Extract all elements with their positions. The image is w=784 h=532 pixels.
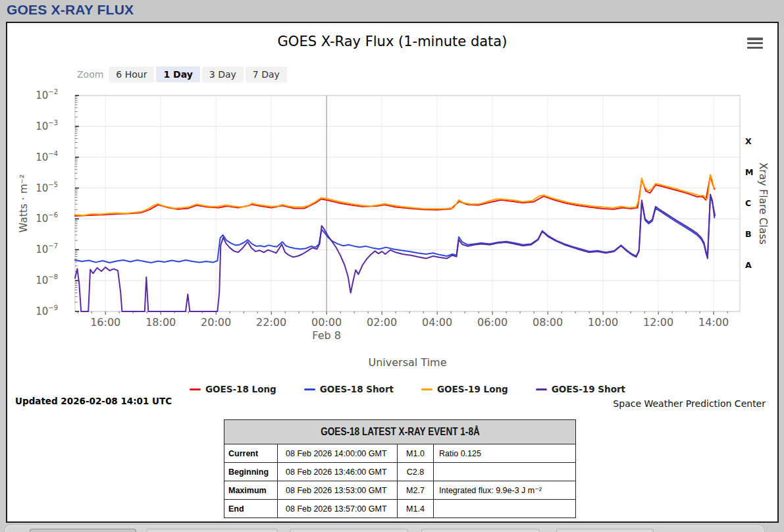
event-maximum-class: M2.7	[398, 481, 434, 500]
chart-title: GOES X-Ray Flux (1-minute data)	[7, 34, 777, 49]
y-tick-label: 10−7	[36, 242, 58, 255]
flare-class-label-b: B	[745, 229, 752, 239]
xray-flux-chart[interactable]: 10−210−310−410−510−610−710−810−916:0018:…	[7, 86, 777, 349]
page-title: GOES X-RAY FLUX	[0, 0, 784, 18]
zoom-button-group: 6 Hour1 Day3 Day7 Day	[109, 66, 289, 82]
legend-swatch-icon	[421, 388, 432, 390]
page-header-band: GOES X-RAY FLUX	[0, 0, 784, 22]
legend-swatch-icon	[190, 388, 201, 390]
zoom-controls: Zoom 6 Hour1 Day3 Day7 Day	[77, 66, 289, 82]
zoom-button-3-day[interactable]: 3 Day	[202, 66, 244, 82]
zoom-label: Zoom	[77, 69, 103, 80]
x-tick-sublabel: Feb 8	[312, 329, 341, 342]
bottom-tab-5[interactable]	[556, 529, 654, 532]
bottom-tab-bar	[5, 525, 764, 532]
event-table-row-beginning: Beginning08 Feb 2026 13:46:00 GMTC2.8	[224, 463, 576, 481]
x-axis-title: Universal Time	[75, 356, 740, 369]
bottom-strip	[0, 524, 784, 532]
y-tick-label: 10−9	[36, 304, 58, 317]
y-tick-label: 10−5	[36, 181, 58, 194]
bottom-tab-1[interactable]	[30, 529, 136, 532]
x-tick-label: 08:00	[533, 316, 563, 329]
zoom-button-7-day[interactable]: 7 Day	[246, 66, 287, 82]
x-tick-label: 02:00	[367, 316, 397, 329]
legend-label: GOES-19 Short	[552, 384, 625, 394]
chart-panel: GOES X-Ray Flux (1-minute data) Zoom 6 H…	[6, 22, 779, 523]
bottom-tab-2[interactable]	[146, 529, 278, 532]
y-tick-label: 10−3	[36, 119, 58, 132]
event-beginning-time: 08 Feb 2026 13:46:00 GMT	[278, 463, 398, 481]
x-tick-label: 10:00	[588, 316, 618, 329]
event-maximum-time: 08 Feb 2026 13:53:00 GMT	[278, 481, 398, 500]
legend-swatch-icon	[304, 388, 315, 390]
event-current-time: 08 Feb 2026 14:00:00 GMT	[278, 444, 398, 463]
x-tick-label: 00:00	[311, 316, 342, 329]
flare-class-label-c: C	[745, 198, 751, 208]
flare-class-label-m: M	[745, 167, 753, 177]
event-current-extra: Ratio 0.125	[434, 444, 576, 463]
legend-label: GOES-19 Long	[437, 384, 508, 394]
x-tick-label: 14:00	[698, 316, 729, 329]
event-table-row-maximum: Maximum08 Feb 2026 13:53:00 GMTM2.7Integ…	[224, 481, 576, 500]
event-maximum-label: Maximum	[224, 481, 278, 500]
event-end-extra	[434, 500, 576, 518]
event-table-row-current: Current08 Feb 2026 14:00:00 GMTM1.0Ratio…	[224, 444, 576, 463]
zoom-button-1-day[interactable]: 1 Day	[156, 66, 199, 82]
y-tick-label: 10−2	[36, 88, 58, 101]
flare-class-label-x: X	[745, 136, 752, 146]
x-tick-label: 18:00	[145, 316, 176, 329]
y2-axis-title: Xray Flare Class	[757, 163, 769, 245]
bottom-tab-4[interactable]	[421, 529, 540, 532]
event-maximum-extra: Integrated flux: 9.9e-3 J m⁻²	[434, 481, 576, 500]
hamburger-menu-icon[interactable]	[747, 38, 763, 49]
flare-class-label-a: A	[745, 260, 752, 270]
event-current-class: M1.0	[398, 444, 434, 463]
y-tick-label: 10−4	[36, 150, 58, 163]
xray-event-table: GOES-18 LATEST X-RAY EVENT 1-8Å Current0…	[224, 419, 576, 518]
legend-item-goes-19-short[interactable]: GOES-19 Short	[536, 384, 625, 394]
event-end-label: End	[224, 500, 278, 518]
event-table-title: GOES-18 LATEST X-RAY EVENT 1-8Å	[224, 420, 576, 444]
event-end-class: M1.4	[398, 500, 434, 518]
legend-swatch-icon	[536, 388, 547, 390]
y-tick-label: 10−6	[36, 211, 58, 225]
chart-legend: GOES-18 LongGOES-18 ShortGOES-19 LongGOE…	[75, 384, 740, 394]
event-beginning-extra	[434, 463, 576, 481]
event-beginning-label: Beginning	[224, 463, 278, 481]
x-tick-label: 12:00	[643, 316, 673, 329]
y-tick-label: 10−8	[36, 273, 58, 286]
x-tick-label: 20:00	[201, 316, 231, 329]
updated-timestamp: Updated 2026-02-08 14:01 UTC	[15, 396, 172, 406]
bottom-tab-3[interactable]	[290, 529, 408, 532]
legend-item-goes-18-long[interactable]: GOES-18 Long	[190, 384, 276, 394]
event-beginning-class: C2.8	[398, 463, 434, 481]
event-current-label: Current	[224, 444, 278, 463]
legend-item-goes-19-long[interactable]: GOES-19 Long	[421, 384, 508, 394]
x-tick-label: 04:00	[422, 316, 452, 329]
x-tick-label: 22:00	[256, 316, 286, 329]
credit-text: Space Weather Prediction Center	[613, 398, 766, 409]
event-table-row-end: End08 Feb 2026 13:57:00 GMTM1.4	[224, 500, 576, 518]
y-axis-title: Watts · m⁻²	[18, 174, 30, 232]
event-end-time: 08 Feb 2026 13:57:00 GMT	[278, 500, 398, 518]
x-tick-label: 16:00	[90, 316, 120, 329]
x-tick-label: 06:00	[477, 316, 508, 329]
zoom-button-6-hour[interactable]: 6 Hour	[109, 66, 154, 82]
legend-label: GOES-18 Long	[205, 384, 276, 394]
legend-label: GOES-18 Short	[320, 384, 394, 394]
legend-item-goes-18-short[interactable]: GOES-18 Short	[304, 384, 394, 394]
